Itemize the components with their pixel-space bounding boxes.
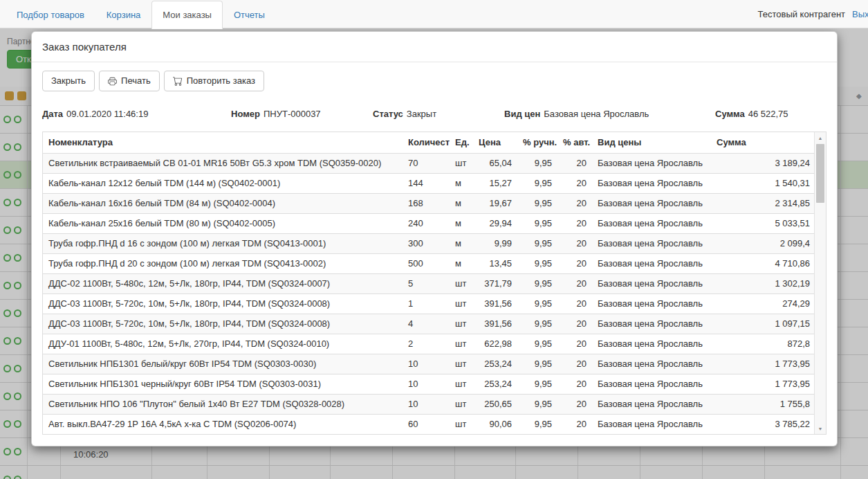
item-cell: 9,95 xyxy=(517,294,557,314)
print-button[interactable]: Печать xyxy=(99,71,160,91)
table-scrollbar[interactable]: ▲ ▼ xyxy=(814,132,826,434)
order-info-field-2: СтатусЗакрыт xyxy=(373,109,504,120)
info-label: Дата xyxy=(42,109,63,119)
nav-tabs: Подбор товаровКорзинаМои заказыОтчеты xyxy=(0,0,868,28)
item-row[interactable]: ДДС-03 1100Вт, 5-720с, 10м, 5+Лк, 180гр,… xyxy=(43,294,815,314)
column-header-7: Сумма xyxy=(711,132,815,154)
item-cell: Базовая цена Ярославль xyxy=(592,154,711,174)
item-cell: 9,95 xyxy=(517,415,557,435)
item-cell: 1 097,15 xyxy=(711,314,815,334)
nav-tab-0[interactable]: Подбор товаров xyxy=(6,1,95,29)
item-row[interactable]: Светильник НПО 106 "Плутон" белый 1х40 В… xyxy=(43,395,815,415)
item-cell: 20 xyxy=(557,194,592,214)
item-cell: ДДУ-01 1100Вт, 5-480с, 12м, 5+Лк, 270гр,… xyxy=(43,334,403,354)
item-row[interactable]: Светильник НПБ1301 белый/круг 60Вт IP54 … xyxy=(43,354,815,374)
item-cell: шт xyxy=(450,415,473,435)
logout-link[interactable]: Выход xyxy=(852,9,868,19)
modal-toolbar: Закрыть Печать Повторить заказ xyxy=(32,62,837,91)
item-cell: 20 xyxy=(557,334,592,354)
close-button-label: Закрыть xyxy=(51,75,86,87)
item-row[interactable]: Кабель-канал 25х16 белый TDM (80 м) (SQ0… xyxy=(43,214,815,234)
item-cell: 371,79 xyxy=(473,274,517,294)
item-cell: 13,45 xyxy=(473,254,517,274)
item-cell: 391,56 xyxy=(473,294,517,314)
item-cell: шт xyxy=(450,374,473,395)
item-cell: м xyxy=(450,194,473,214)
item-cell: Базовая цена Ярославль xyxy=(592,234,711,254)
item-cell: 4 710,86 xyxy=(711,254,815,274)
item-cell: 15,27 xyxy=(473,174,517,194)
info-value: 09.01.2020 11:46:19 xyxy=(66,109,148,119)
item-cell: 144 xyxy=(403,174,450,194)
item-cell: 1 755,8 xyxy=(711,395,815,415)
item-cell: 70 xyxy=(403,154,450,174)
item-cell: м xyxy=(450,254,473,274)
item-cell: 20 xyxy=(557,354,592,374)
item-cell: 240 xyxy=(403,214,450,234)
item-cell: 20 xyxy=(557,214,592,234)
item-row[interactable]: Светильник встраиваемый СВ 01-01 MR16 50… xyxy=(43,154,815,174)
item-cell: 20 xyxy=(557,234,592,254)
item-cell: 9,95 xyxy=(517,374,557,395)
nav-tab-3[interactable]: Отчеты xyxy=(223,1,276,29)
item-cell: 20 xyxy=(557,154,592,174)
item-cell: 20 xyxy=(557,314,592,334)
item-cell: 10 xyxy=(403,374,450,395)
item-cell: 90,06 xyxy=(473,415,517,435)
item-cell: 9,95 xyxy=(517,234,557,254)
nav-tab-2[interactable]: Мои заказы xyxy=(151,1,223,29)
column-header-0: Номенклатура xyxy=(43,132,403,154)
item-cell: 250,65 xyxy=(473,395,517,415)
item-cell: шт xyxy=(450,334,473,354)
item-cell: м xyxy=(450,174,473,194)
printer-icon xyxy=(108,77,117,86)
item-row[interactable]: ДДУ-01 1100Вт, 5-480с, 12м, 5+Лк, 270гр,… xyxy=(43,334,815,354)
close-button[interactable]: Закрыть xyxy=(42,71,95,91)
modal-header: Заказ покупателя xyxy=(32,32,837,62)
item-cell: Светильник НПБ1301 белый/круг 60Вт IP54 … xyxy=(43,354,403,374)
item-cell: Базовая цена Ярославль xyxy=(592,314,711,334)
item-cell: Базовая цена Ярославль xyxy=(592,354,711,374)
item-cell: 253,24 xyxy=(473,374,517,395)
item-row[interactable]: Кабель-канал 12х12 белый TDM (144 м) (SQ… xyxy=(43,174,815,194)
item-cell: 9,95 xyxy=(517,214,557,234)
scroll-down-icon[interactable]: ▼ xyxy=(815,423,826,434)
item-row[interactable]: Светильник НПБ1301 черный/круг 60Вт IP54… xyxy=(43,374,815,395)
item-row[interactable]: Труба гофр.ПНД d 20 с зондом (100 м) лег… xyxy=(43,254,815,274)
column-header-1: Количество xyxy=(403,132,450,154)
nav-tab-1[interactable]: Корзина xyxy=(95,1,152,29)
item-cell: Базовая цена Ярославль xyxy=(592,254,711,274)
item-cell: м xyxy=(450,234,473,254)
scroll-up-icon[interactable]: ▲ xyxy=(815,132,826,143)
item-row[interactable]: ДДС-03 1100Вт, 5-720с, 10м, 5+Лк, 180гр,… xyxy=(43,314,815,334)
info-value: 46 522,75 xyxy=(748,109,788,119)
item-cell: 29,94 xyxy=(473,214,517,234)
item-cell: 1 773,95 xyxy=(711,374,815,395)
scrollbar-thumb[interactable] xyxy=(816,144,824,203)
item-cell: Базовая цена Ярославль xyxy=(592,395,711,415)
item-cell: 274,29 xyxy=(711,294,815,314)
repeat-order-button[interactable]: Повторить заказ xyxy=(164,71,264,91)
item-cell: Светильник НПО 106 "Плутон" белый 1х40 В… xyxy=(43,395,403,415)
modal-title: Заказ покупателя xyxy=(42,41,827,53)
item-row[interactable]: Авт. выкл.ВА47-29 1Р 16А 4,5кА х-ка С TD… xyxy=(43,415,815,435)
item-cell: 2 099,4 xyxy=(711,234,815,254)
item-cell: Базовая цена Ярославль xyxy=(592,415,711,435)
repeat-order-button-label: Повторить заказ xyxy=(187,75,255,87)
item-cell: 253,24 xyxy=(473,354,517,374)
item-cell: Базовая цена Ярославль xyxy=(592,214,711,234)
item-cell: Кабель-канал 16х16 белый TDM (84 м) (SQ0… xyxy=(43,194,403,214)
item-cell: 9,95 xyxy=(517,314,557,334)
item-row[interactable]: Труба гофр.ПНД d 16 с зондом (100 м) лег… xyxy=(43,234,815,254)
item-cell: шт xyxy=(450,274,473,294)
item-cell: Базовая цена Ярославль xyxy=(592,334,711,354)
item-row[interactable]: Кабель-канал 16х16 белый TDM (84 м) (SQ0… xyxy=(43,194,815,214)
item-cell: ДДС-03 1100Вт, 5-720с, 10м, 5+Лк, 180гр,… xyxy=(43,314,403,334)
item-cell: шт xyxy=(450,354,473,374)
item-cell: 300 xyxy=(403,234,450,254)
item-cell: Базовая цена Ярославль xyxy=(592,294,711,314)
item-row[interactable]: ДДС-02 1100Вт, 5-480с, 12м, 5+Лк, 180гр,… xyxy=(43,274,815,294)
item-cell: 20 xyxy=(557,274,592,294)
item-cell: 60 xyxy=(403,415,450,435)
item-cell: Труба гофр.ПНД d 16 с зондом (100 м) лег… xyxy=(43,234,403,254)
